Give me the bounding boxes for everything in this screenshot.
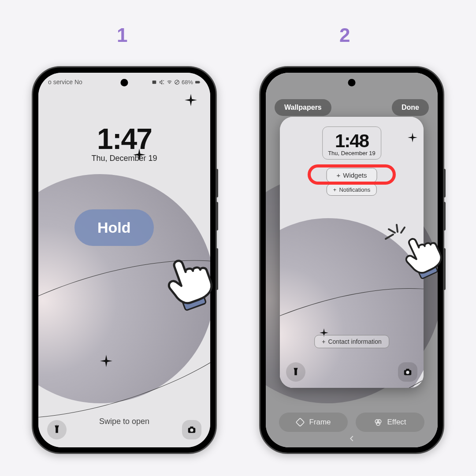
frame-icon [296, 418, 305, 427]
effect-icon [374, 418, 383, 427]
phone-lockscreen: o service No 68% 1:47 Thu, December 19 S… [32, 66, 217, 454]
add-notifications-button[interactable]: +Notifications [327, 184, 377, 196]
clock-time: 1:48 [328, 130, 376, 152]
wifi-icon [167, 79, 172, 85]
flashlight-shortcut-slot[interactable] [286, 362, 305, 382]
volume-down-button[interactable] [216, 202, 218, 231]
camera-icon [403, 367, 413, 377]
battery-card-icon [152, 79, 157, 85]
frame-button[interactable]: Frame [279, 413, 348, 432]
clock-date: Thu, December 19 [328, 150, 376, 156]
svg-rect-9 [406, 369, 409, 371]
flashlight-button[interactable] [47, 420, 67, 439]
camera-notch [348, 79, 356, 86]
plus-icon: + [337, 171, 341, 179]
sparkle-icon [408, 133, 417, 142]
wallpapers-button[interactable]: Wallpapers [275, 99, 331, 116]
phone-editor: Wallpapers Done 1:48 Thu, December 19 +W… [259, 66, 444, 454]
svg-rect-3 [200, 82, 200, 82]
slot-label: Contact information [328, 338, 381, 345]
add-contact-info-button[interactable]: +Contact information [314, 335, 389, 348]
no-signal-icon [174, 79, 180, 85]
volume-up-button[interactable] [216, 169, 218, 197]
screen: Wallpapers Done 1:48 Thu, December 19 +W… [266, 73, 438, 447]
svg-rect-0 [152, 80, 156, 84]
volume-up-button[interactable] [443, 169, 446, 197]
done-button[interactable]: Done [392, 99, 429, 116]
svg-line-17 [397, 225, 398, 232]
power-button[interactable] [443, 248, 446, 290]
screen[interactable]: o service No 68% 1:47 Thu, December 19 S… [38, 73, 210, 447]
volume-down-button[interactable] [443, 202, 446, 231]
frame-label: Frame [309, 418, 331, 427]
editor-bottombar: Frame Effect [279, 413, 424, 432]
clock-time: 1:47 [38, 122, 210, 156]
svg-rect-10 [296, 418, 305, 427]
battery-percent: 68% [182, 79, 193, 86]
editor-topbar: Wallpapers Done [275, 99, 429, 116]
clock-widget-slot[interactable]: 1:48 Thu, December 19 [322, 126, 381, 160]
flashlight-icon [52, 425, 62, 435]
lock-clock[interactable]: 1:47 Thu, December 19 [38, 122, 210, 163]
svg-line-18 [401, 227, 405, 233]
mute-icon [159, 79, 165, 85]
step-number-2: 2 [339, 24, 350, 46]
svg-line-15 [386, 234, 393, 239]
battery-icon [195, 79, 201, 85]
add-widgets-button[interactable]: +Widgets [327, 168, 377, 182]
clock-date: Thu, December 19 [38, 154, 210, 163]
slot-label: Notifications [339, 186, 370, 193]
svg-point-8 [406, 371, 409, 374]
lockscreen-preview[interactable]: 1:48 Thu, December 19 +Widgets +Notifica… [280, 117, 424, 388]
svg-point-13 [376, 422, 380, 425]
svg-line-16 [389, 229, 395, 233]
step-number-1: 1 [117, 24, 127, 46]
camera-shortcut-slot[interactable] [398, 362, 417, 382]
svg-rect-6 [190, 427, 193, 428]
slot-label: Widgets [343, 171, 367, 179]
flashlight-icon [291, 367, 301, 377]
effect-label: Effect [387, 418, 406, 427]
sparkle-icon [185, 94, 197, 106]
plus-icon: + [333, 186, 337, 193]
power-button[interactable] [216, 248, 218, 290]
svg-rect-2 [195, 81, 200, 83]
chevron-left-icon[interactable] [347, 434, 357, 445]
svg-point-5 [190, 428, 193, 431]
effect-button[interactable]: Effect [356, 413, 424, 432]
status-right: 68% [152, 79, 201, 86]
plus-icon: + [322, 338, 325, 345]
camera-notch [121, 79, 128, 86]
camera-icon [187, 425, 197, 435]
hold-instruction: Hold [74, 209, 154, 246]
sparkle-icon [100, 355, 112, 367]
status-left-text: o service No [48, 78, 82, 86]
camera-button[interactable] [182, 420, 201, 439]
tap-lines-icon [383, 221, 410, 248]
